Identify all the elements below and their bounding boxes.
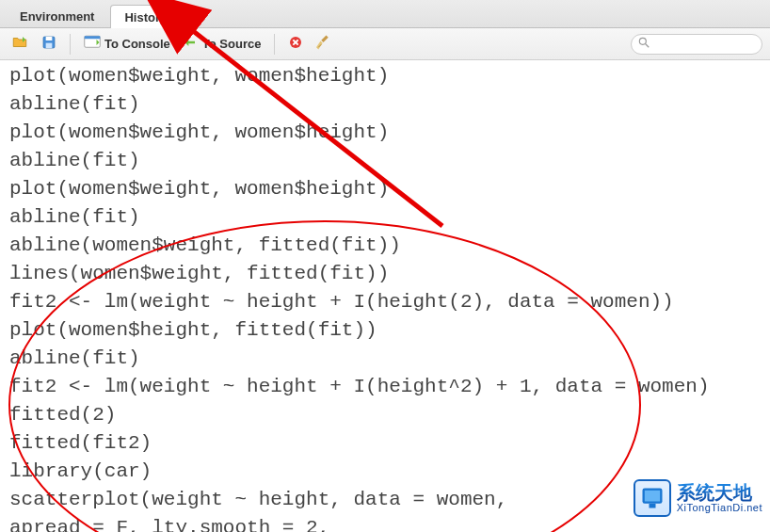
toolbar-separator-2 [274,34,275,55]
to-console-button[interactable]: To Console [80,33,174,55]
save-history-button[interactable] [38,33,60,55]
history-line[interactable]: abline(fit) [9,147,761,175]
history-line[interactable]: abline(fit) [9,90,761,119]
history-line[interactable]: plot(women$weight, women$height) [9,175,761,203]
svg-rect-4 [85,36,101,39]
open-folder-icon [11,34,28,54]
tab-bar: Environment History [0,0,770,28]
tab-history-label: History [124,10,167,24]
remove-entries-button[interactable] [284,33,307,55]
history-line[interactable]: plot(women$height, fitted(fit)) [9,316,761,345]
svg-rect-2 [46,43,53,48]
history-line[interactable]: abline(women$weight, fitted(fit)) [9,232,761,260]
clear-history-button[interactable] [313,32,337,56]
to-source-button[interactable]: To Source [180,34,265,54]
toolbar-separator [70,34,71,55]
remove-icon [288,35,303,53]
tab-history[interactable]: History [110,5,181,28]
save-icon [41,35,56,53]
history-line[interactable]: abline(fit) [9,203,761,232]
history-line[interactable]: fit2 <- lm(weight ~ height + I(height(2)… [9,288,761,316]
svg-point-6 [639,38,646,44]
svg-rect-1 [46,37,53,40]
history-line[interactable]: lines(women$weight, fitted(fit)) [9,260,761,288]
history-line[interactable]: library(car) [9,458,761,486]
history-line[interactable]: scatterplot(weight ~ height, data = wome… [9,486,761,514]
history-line[interactable]: fitted(2) [9,401,761,429]
tab-environment[interactable]: Environment [6,4,108,27]
tab-environment-label: Environment [20,9,94,24]
to-source-label: To Source [202,37,262,51]
history-line[interactable]: abline(fit) [9,345,761,373]
to-console-label: To Console [104,37,170,51]
history-list[interactable]: plot(women$weight, women$height)abline(f… [0,60,770,532]
history-line[interactable]: fitted(fit2) [9,429,761,458]
load-history-button[interactable] [8,32,32,56]
source-arrow-icon [184,36,199,52]
history-line[interactable]: fit2 <- lm(weight ~ height + I(height^2)… [9,373,761,401]
toolbar: To Console To Source [0,28,770,60]
search-icon [637,36,650,52]
search-input[interactable] [650,38,754,51]
history-line[interactable]: plot(women$weight, women$height) [9,62,761,90]
console-icon [84,35,101,53]
svg-line-7 [646,44,650,48]
history-line[interactable]: apread = F, lty.smooth = 2, [9,514,761,532]
search-box[interactable] [631,34,762,55]
broom-icon [316,34,333,54]
history-line[interactable]: plot(women$weight, women$height) [9,119,761,147]
